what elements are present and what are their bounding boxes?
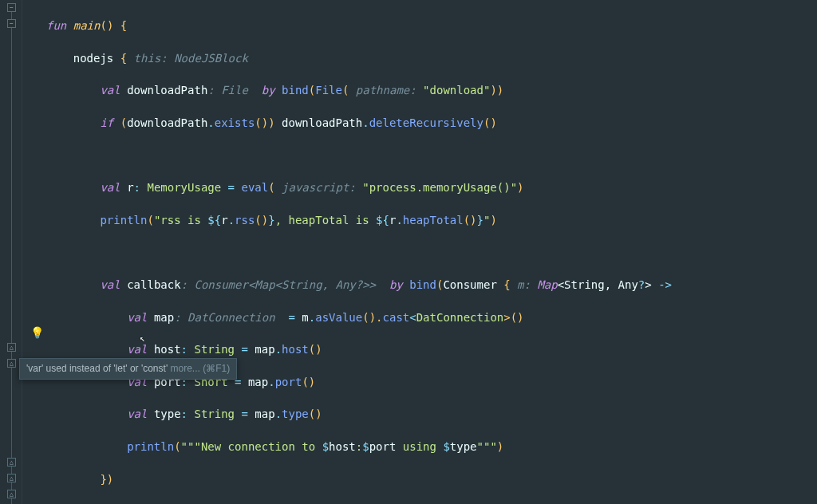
mouse-cursor-icon: ↖: [140, 333, 145, 345]
code-line[interactable]: [46, 244, 672, 260]
code-line[interactable]: println("""New connection to $host:$port…: [46, 439, 672, 455]
code-line[interactable]: val type: String = map.type(): [46, 406, 672, 422]
code-editor[interactable]: − − △ △ △ △ △ 💡 fun main() { nodejs { th…: [0, 0, 817, 504]
tooltip-more-link[interactable]: more... (⌘F1): [171, 363, 231, 374]
intention-bulb-icon[interactable]: 💡: [30, 325, 44, 341]
code-line[interactable]: val r: MemoryUsage = eval( javascript: "…: [46, 179, 672, 195]
code-line[interactable]: if (downloadPath.exists()) downloadPath.…: [46, 115, 672, 131]
fold-marker[interactable]: △: [7, 359, 16, 368]
code-line[interactable]: fun main() {: [46, 18, 672, 33]
fold-guide: [11, 3, 12, 504]
fold-marker[interactable]: −: [7, 3, 16, 12]
code-line[interactable]: println("rss is ${r.rss()}, heapTotal is…: [46, 212, 672, 228]
fold-marker[interactable]: △: [7, 490, 16, 498]
inspection-tooltip[interactable]: 'var' used instead of 'let' or 'const' m…: [19, 358, 237, 380]
code-line[interactable]: }): [46, 471, 672, 487]
tooltip-text: 'var' used instead of 'let' or 'const': [26, 363, 168, 374]
fold-marker[interactable]: △: [7, 458, 16, 467]
gutter: − − △ △ △ △ △: [0, 0, 22, 504]
code-area[interactable]: fun main() { nodejs { this: NodeJSBlock …: [22, 0, 672, 504]
code-line[interactable]: [46, 148, 672, 163]
code-line[interactable]: val downloadPath: File by bind(File( pat…: [46, 82, 672, 98]
fold-marker[interactable]: △: [7, 474, 16, 482]
code-line[interactable]: nodejs { this: NodeJSBlock: [46, 50, 672, 66]
fold-marker[interactable]: △: [7, 343, 16, 352]
code-line[interactable]: val map: DatConnection = m.asValue().cas…: [46, 309, 672, 325]
code-line[interactable]: val callback: Consumer<Map<String, Any?>…: [46, 277, 672, 293]
fold-marker[interactable]: −: [7, 19, 16, 28]
